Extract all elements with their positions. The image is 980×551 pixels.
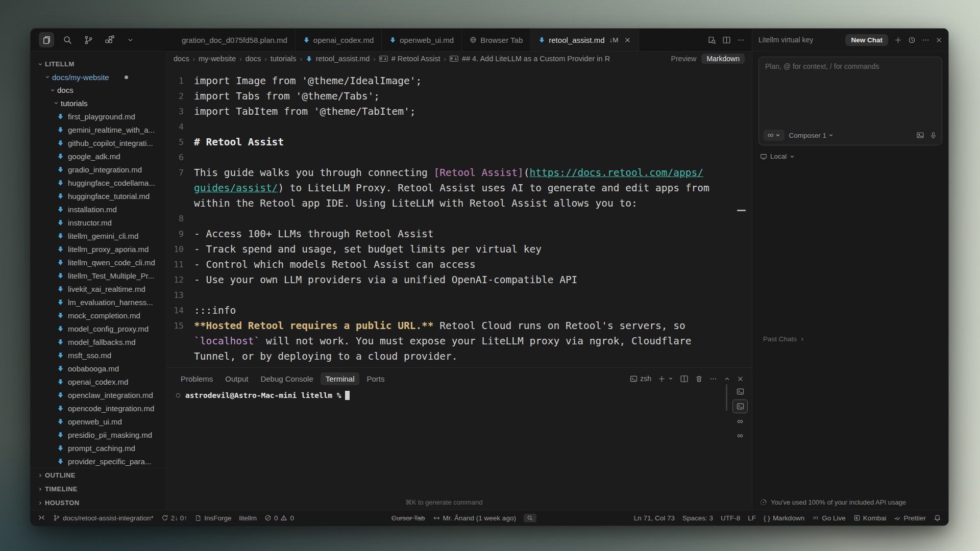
file-row[interactable]: github_copilot_integrati... — [31, 136, 166, 149]
breadcrumb-item[interactable]: my-website — [199, 55, 236, 63]
shell-selector[interactable]: zsh — [630, 374, 651, 383]
preview-button[interactable]: Preview — [671, 55, 697, 63]
encoding-item[interactable]: UTF-8 — [721, 514, 740, 522]
remote-indicator-icon[interactable] — [38, 514, 45, 522]
activity-search-icon[interactable] — [60, 32, 75, 47]
attach-image-icon[interactable] — [916, 131, 924, 139]
folder-docs[interactable]: docs — [31, 84, 166, 97]
indentation-item[interactable]: Spaces: 3 — [682, 514, 713, 522]
file-row[interactable]: litellm_qwen_code_cli.md — [31, 256, 166, 269]
new-chat-plus-icon[interactable] — [894, 36, 902, 44]
project-item[interactable]: litellm — [239, 514, 257, 522]
breadcrumb-file[interactable]: retool_assist.md — [316, 55, 370, 63]
eol-item[interactable]: LF — [748, 514, 756, 522]
terminal-instance-infinity-icon[interactable]: ∞ — [733, 429, 747, 442]
section-houston[interactable]: HOUSTON — [31, 496, 166, 510]
file-row[interactable]: oobabooga.md — [31, 362, 166, 375]
more-actions-icon[interactable] — [709, 375, 717, 383]
past-chats[interactable]: Past Chats — [763, 335, 805, 343]
file-row[interactable]: litellm_proxy_aporia.md — [31, 242, 166, 256]
panel-tab-problems[interactable]: Problems — [176, 372, 218, 385]
file-row[interactable]: openweb_ui.md — [31, 415, 166, 428]
file-row[interactable]: prompt_caching.md — [31, 441, 166, 455]
activity-source-control-icon[interactable] — [81, 32, 96, 47]
panel-tab-debug-console[interactable]: Debug Console — [255, 372, 318, 385]
problems-item[interactable]: 0 0 — [264, 514, 294, 522]
file-row[interactable]: first_playground.md — [31, 110, 166, 123]
chat-tab-inactive[interactable]: Litellm virtual key — [758, 36, 839, 44]
activity-files-icon[interactable] — [39, 32, 54, 47]
terminal-instance-terminal-icon[interactable] — [732, 399, 748, 413]
folder-tutorials[interactable]: tutorials — [31, 97, 166, 110]
code-editor[interactable]: 1import Image from '@theme/IdealImage';2… — [166, 66, 752, 367]
terminal-scrollbar[interactable] — [726, 384, 727, 411]
file-row[interactable]: installation.md — [31, 203, 166, 216]
workspace-root[interactable]: LITELLM — [31, 58, 166, 71]
panel-tab-output[interactable]: Output — [220, 372, 253, 385]
markdown-mode-button[interactable]: Markdown — [701, 54, 745, 64]
file-row[interactable]: instructor.md — [31, 216, 166, 229]
line-col-item[interactable]: Ln 71, Col 73 — [634, 514, 675, 522]
breadcrumb-item[interactable]: docs — [246, 55, 261, 63]
git-blame-item[interactable]: Mr. Ånand (1 week ago) — [433, 514, 516, 522]
file-row[interactable]: litellm_gemini_cli.md — [31, 229, 166, 242]
chat-tab-new-chat[interactable]: New Chat — [845, 34, 888, 46]
section-timeline[interactable]: TIMELINE — [31, 482, 166, 496]
file-row[interactable]: model_fallbacks.md — [31, 335, 166, 348]
language-mode-item[interactable]: { } Markdown — [764, 514, 804, 522]
open-preview-icon[interactable] — [707, 36, 716, 44]
panel-tab-terminal[interactable]: Terminal — [321, 372, 360, 385]
activity-chevron-down-icon[interactable] — [122, 32, 138, 47]
new-terminal-button[interactable] — [658, 375, 673, 383]
breadcrumb-item[interactable]: tutorials — [271, 55, 297, 63]
agent-mode-selector[interactable]: ∞ — [764, 130, 785, 141]
activity-extensions-icon[interactable] — [102, 32, 117, 47]
file-row[interactable]: provider_specific_para... — [31, 455, 166, 468]
file-row[interactable]: google_adk.md — [31, 149, 166, 163]
editor-tab[interactable]: openweb_ui.md — [382, 29, 462, 51]
file-row[interactable]: opencode_integration.md — [31, 402, 166, 415]
chat-input-box[interactable]: Plan, @ for context, / for commands ∞ Co… — [758, 57, 942, 145]
model-selector[interactable]: Composer 1 — [789, 132, 834, 139]
terminal-prompt-row[interactable]: astrodevil@Astro-Mac-mini litellm % — [176, 391, 752, 400]
panel-tab-ports[interactable]: Ports — [361, 372, 389, 385]
editor-tab[interactable]: gration_doc_d075fd58.plan.md — [174, 29, 296, 51]
go-live-item[interactable]: Go Live — [812, 514, 846, 522]
file-row[interactable]: model_config_proxy.md — [31, 322, 166, 335]
file-row[interactable]: msft_sso.md — [31, 348, 166, 362]
editor-tab[interactable]: Browser Tab — [462, 29, 531, 51]
editor-tab[interactable]: retool_assist.md↓M — [531, 29, 639, 51]
file-row[interactable]: livekit_xai_realtime.md — [31, 282, 166, 295]
more-actions-icon[interactable] — [737, 36, 745, 44]
git-sync-item[interactable]: 2↓ 0↑ — [161, 514, 187, 522]
notifications-bell-icon[interactable] — [934, 514, 941, 522]
split-terminal-icon[interactable] — [680, 374, 689, 383]
breadcrumb-heading[interactable]: ## 4. Add LiteLLM as a Custom Provider i… — [462, 55, 610, 63]
folder-docs-my-website[interactable]: docs/my-website — [31, 71, 166, 84]
breadcrumb-heading[interactable]: # Retool Assist — [391, 55, 440, 63]
prettier-item[interactable]: Prettier — [894, 514, 926, 522]
file-row[interactable]: litellm_Test_Multiple_Pr... — [31, 269, 166, 282]
git-branch-item[interactable]: docs/retool-assist-integration* — [53, 514, 154, 522]
section-outline[interactable]: OUTLINE — [31, 468, 166, 482]
terminal-instance-terminal-icon[interactable] — [733, 385, 747, 398]
file-row[interactable]: openclaw_integration.md — [31, 388, 166, 402]
chat-history-icon[interactable] — [908, 36, 916, 44]
chat-close-icon[interactable] — [936, 37, 942, 43]
editor-tab[interactable]: openai_codex.md — [296, 29, 382, 51]
file-row[interactable]: huggingface_codellama... — [31, 176, 166, 189]
insforge-item[interactable]: InsForge — [195, 514, 231, 522]
terminal-instance-infinity-icon[interactable]: ∞ — [733, 415, 747, 428]
search-indicator[interactable] — [524, 514, 536, 522]
context-selector[interactable]: Local — [758, 153, 942, 160]
maximize-panel-icon[interactable] — [724, 375, 730, 382]
file-row[interactable]: presidio_pii_masking.md — [31, 428, 166, 441]
chat-more-icon[interactable] — [922, 36, 929, 44]
kill-terminal-icon[interactable] — [695, 375, 703, 383]
close-tab-icon[interactable] — [624, 37, 631, 43]
file-row[interactable]: gradio_integration.md — [31, 163, 166, 176]
kombai-item[interactable]: Kombai — [853, 514, 887, 522]
close-panel-icon[interactable] — [737, 375, 744, 382]
file-row[interactable]: openai_codex.md — [31, 375, 166, 388]
file-row[interactable]: lm_evaluation_harness... — [31, 295, 166, 309]
